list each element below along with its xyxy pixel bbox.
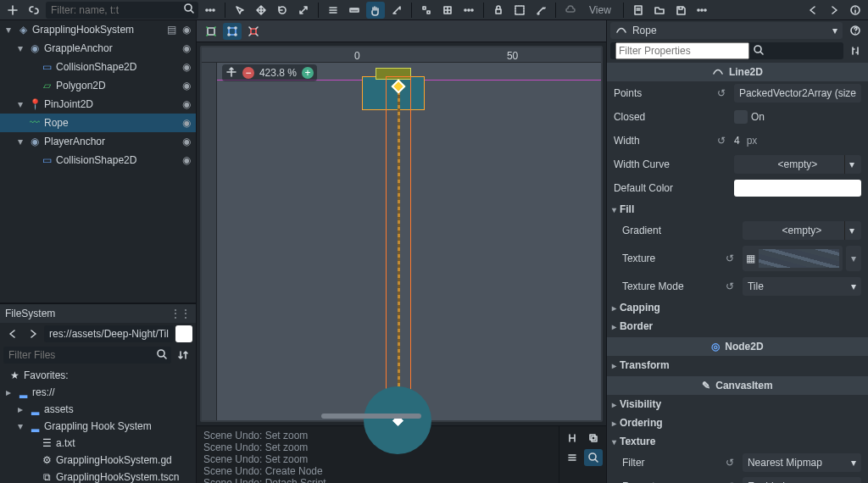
visibility-icon[interactable]: ◉ bbox=[181, 42, 192, 54]
bone-button[interactable] bbox=[531, 2, 550, 19]
visibility-icon[interactable]: ◉ bbox=[181, 24, 192, 36]
closed-checkbox[interactable] bbox=[734, 110, 748, 124]
visibility-icon[interactable]: ◉ bbox=[181, 80, 192, 92]
snap-grid-button[interactable] bbox=[438, 2, 457, 19]
filesystem-sort-button[interactable] bbox=[174, 347, 192, 364]
scene-node-playeranchor[interactable]: ▾◉PlayerAnchor◉ bbox=[0, 132, 196, 151]
lock-button[interactable] bbox=[489, 2, 508, 19]
path-fwd-button[interactable] bbox=[24, 325, 42, 342]
history-back-button[interactable] bbox=[804, 2, 822, 19]
visibility-icon[interactable]: ◉ bbox=[181, 154, 192, 166]
link-node-button[interactable] bbox=[25, 2, 43, 19]
filesystem-filter-input[interactable] bbox=[3, 347, 171, 364]
scale-tool-button[interactable] bbox=[294, 2, 313, 19]
scene-node-collisionshape2d[interactable]: ▭CollisionShape2D◉ bbox=[0, 58, 196, 76]
inspector-node-dropdown[interactable]: Rope ▾ bbox=[610, 22, 843, 39]
section-ordering[interactable]: Ordering bbox=[607, 414, 868, 432]
group-button[interactable] bbox=[510, 2, 529, 19]
scene-node-rope[interactable]: 〰Rope◉ bbox=[0, 114, 196, 132]
revert-icon[interactable]: ↺ bbox=[717, 87, 729, 99]
output-btn-3[interactable] bbox=[563, 449, 581, 466]
path-color-swatch[interactable] bbox=[175, 325, 192, 342]
scene-node-collisionshape2d[interactable]: ▭CollisionShape2D◉ bbox=[0, 151, 196, 169]
visibility-icon[interactable]: ◉ bbox=[181, 98, 192, 110]
snap-pixel-button[interactable] bbox=[417, 2, 436, 19]
anchor-tool-1[interactable] bbox=[202, 23, 220, 40]
viewport-2d[interactable]: 0 50 − 423.8 % + bbox=[200, 46, 603, 422]
chevron-down-icon[interactable]: ▾ bbox=[844, 155, 858, 174]
viewport-scrollbar[interactable] bbox=[321, 414, 421, 419]
view-menu[interactable]: View bbox=[582, 2, 618, 19]
path-input[interactable]: res://assets/Deep-Night/Til bbox=[44, 325, 174, 342]
prop-filter[interactable]: Filter ↺ Nearest Mipmap▾ bbox=[607, 451, 868, 475]
canvas-player-anchor[interactable] bbox=[364, 386, 431, 454]
fs-item[interactable]: ⚙GrapplingHookSystem.gd bbox=[0, 452, 196, 469]
favorites-header[interactable]: ★ Favorites: bbox=[0, 367, 196, 384]
fs-item[interactable]: ▾▂Grappling Hook System bbox=[0, 418, 196, 435]
center-icon[interactable] bbox=[225, 66, 237, 80]
default-color-swatch[interactable] bbox=[734, 180, 861, 197]
repeat-dropdown[interactable]: Enabled▾ bbox=[743, 477, 861, 483]
texture-menu-button[interactable]: ▾ bbox=[846, 246, 861, 271]
anchor-tool-2[interactable] bbox=[223, 23, 242, 40]
texture-resource[interactable]: ▦ bbox=[743, 246, 843, 271]
script-icon[interactable]: ▤ bbox=[166, 24, 178, 36]
script-toolbar-button[interactable] bbox=[629, 2, 648, 19]
visibility-icon[interactable]: ◉ bbox=[181, 136, 192, 147]
output-btn-2[interactable] bbox=[584, 430, 603, 447]
move-tool-button[interactable] bbox=[252, 2, 270, 19]
section-visibility[interactable]: Visibility bbox=[607, 395, 868, 414]
revert-icon[interactable]: ↺ bbox=[717, 135, 729, 147]
rotate-tool-button[interactable] bbox=[273, 2, 292, 19]
open-toolbar-button[interactable] bbox=[650, 2, 669, 19]
prop-default-color[interactable]: Default Color bbox=[607, 176, 868, 200]
zoom-in-icon[interactable]: + bbox=[302, 67, 314, 79]
inspector-body[interactable]: Line2D Points ↺ PackedVector2Array (size… bbox=[607, 61, 868, 483]
section-texture[interactable]: Texture bbox=[607, 432, 868, 451]
prop-points[interactable]: Points ↺ PackedVector2Array (size bbox=[607, 81, 868, 105]
visibility-icon[interactable]: ◉ bbox=[181, 61, 192, 73]
zoom-indicator[interactable]: − 423.8 % + bbox=[222, 64, 317, 81]
anchor-tool-3[interactable] bbox=[244, 23, 263, 40]
prop-texture[interactable]: Texture ↺ ▦▾ bbox=[607, 242, 868, 275]
zoom-out-icon[interactable]: − bbox=[242, 67, 254, 79]
section-transform[interactable]: Transform bbox=[607, 356, 868, 375]
scene-tree[interactable]: ▾◈GrapplingHookSystem▤◉▾◉GrappleAnchor◉▭… bbox=[0, 20, 196, 304]
measure-tool-button[interactable] bbox=[387, 2, 406, 19]
points-value[interactable]: PackedVector2Array (size bbox=[734, 84, 861, 103]
filter-dropdown[interactable]: Nearest Mipmap▾ bbox=[743, 453, 861, 472]
texture-mode-dropdown[interactable]: Tile▾ bbox=[743, 277, 861, 296]
scene-more-icon[interactable] bbox=[201, 2, 220, 19]
prop-width[interactable]: Width ↺ 4px bbox=[607, 129, 868, 153]
snap-options-icon[interactable] bbox=[459, 2, 478, 19]
output-btn-1[interactable] bbox=[563, 430, 581, 447]
fs-item[interactable]: ⧉GrapplingHookSystem.tscn bbox=[0, 469, 196, 483]
add-node-button[interactable] bbox=[3, 2, 22, 19]
pan-tool-button[interactable] bbox=[366, 2, 385, 19]
scene-node-polygon2d[interactable]: ▱Polygon2D◉ bbox=[0, 76, 196, 95]
prop-closed[interactable]: Closed On bbox=[607, 105, 868, 129]
revert-icon[interactable]: ↺ bbox=[726, 457, 737, 469]
width-curve-dropdown[interactable]: <empty>▾ bbox=[734, 155, 861, 174]
fs-item[interactable]: ☰a.txt bbox=[0, 435, 196, 452]
prop-gradient[interactable]: Gradient <empty>▾ bbox=[607, 219, 868, 242]
ruler-tool-button[interactable] bbox=[345, 2, 364, 19]
prop-repeat[interactable]: Repeat ↺ Enabled▾ bbox=[607, 475, 868, 483]
docs-button[interactable] bbox=[846, 2, 865, 19]
chevron-down-icon[interactable]: ▾ bbox=[844, 221, 858, 240]
prop-width-curve[interactable]: Width Curve <empty>▾ bbox=[607, 153, 868, 176]
output-search-button[interactable] bbox=[584, 449, 603, 466]
prop-texture-mode[interactable]: Texture Mode ↺ Tile▾ bbox=[607, 275, 868, 298]
history-fwd-button[interactable] bbox=[825, 2, 843, 19]
toolbar-more-icon[interactable] bbox=[693, 2, 711, 19]
drag-handle-icon[interactable]: ⋮⋮ bbox=[170, 308, 191, 319]
list-tool-button[interactable] bbox=[324, 2, 342, 19]
revert-icon[interactable]: ↺ bbox=[726, 280, 737, 292]
scene-filter-input[interactable] bbox=[46, 2, 198, 19]
visibility-icon[interactable]: ◉ bbox=[181, 117, 192, 129]
path-back-button[interactable] bbox=[3, 325, 22, 342]
revert-icon[interactable]: ↺ bbox=[726, 253, 737, 264]
fs-item[interactable]: ▸▂assets bbox=[0, 401, 196, 418]
fs-item[interactable]: ▸▂res:// bbox=[0, 384, 196, 401]
select-tool-button[interactable] bbox=[231, 2, 249, 19]
